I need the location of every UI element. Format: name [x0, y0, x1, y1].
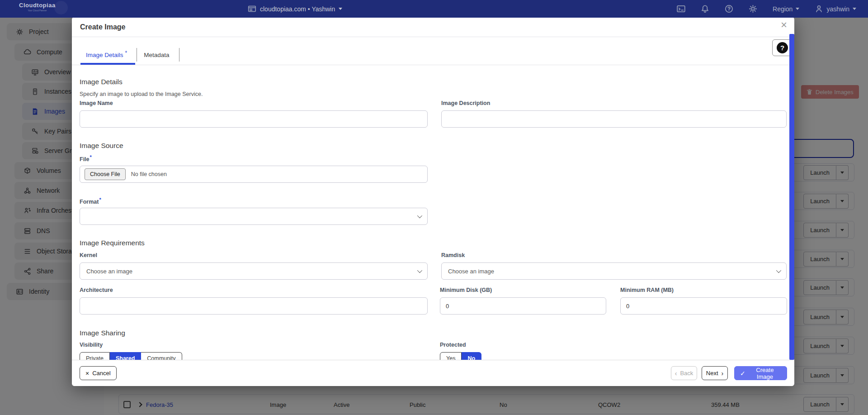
tab-label: Metadata — [144, 52, 169, 58]
cancel-label: Cancel — [92, 370, 110, 377]
navbar-actions: Region yashwin — [677, 0, 856, 18]
brand-name: Cloudtopiaa — [19, 2, 56, 9]
brand-tagline: Your Cloud Partner — [19, 9, 56, 12]
top-navbar: Cloudtopiaa Your Cloud Partner cloudtopi… — [0, 0, 868, 18]
architecture-input[interactable] — [80, 297, 428, 315]
back-arrow-icon: ‹ — [675, 370, 677, 377]
image-name-input[interactable] — [80, 110, 428, 128]
ramdisk-select[interactable]: Choose an image — [441, 262, 787, 280]
image-description-label: Image Description — [441, 100, 490, 106]
region-menu[interactable]: Region — [773, 5, 799, 13]
kernel-select-value: Choose an image — [86, 268, 132, 275]
protected-label: Protected — [440, 342, 466, 348]
min-disk-input[interactable] — [440, 297, 606, 315]
visibility-label: Visibility — [80, 342, 103, 348]
tab-metadata[interactable]: Metadata — [138, 45, 177, 65]
file-input[interactable]: Choose File No file chosen — [80, 166, 428, 183]
user-icon — [815, 5, 823, 13]
modal-footer: × Cancel ‹ Back Next › ✓ Create Image — [72, 360, 794, 386]
min-ram-input[interactable] — [620, 297, 787, 315]
brand-logo[interactable]: Cloudtopiaa Your Cloud Partner — [19, 2, 56, 12]
section-heading-image-requirements: Image Requirements — [80, 239, 145, 247]
required-asterisk: * — [90, 154, 92, 160]
ramdisk-label: Ramdisk — [441, 252, 465, 258]
create-image-label: Create Image — [749, 367, 781, 380]
chevron-down-icon — [417, 213, 422, 218]
tab-label: Image Details — [86, 52, 123, 58]
image-description-input[interactable] — [441, 110, 787, 128]
section-description: Specify an image to upload to the Image … — [80, 91, 203, 97]
help-question-icon: ? — [777, 42, 788, 53]
modal-close-icon[interactable]: × — [781, 19, 787, 30]
modal-title: Create Image — [80, 23, 126, 31]
help-icon[interactable] — [725, 5, 733, 13]
format-select[interactable] — [80, 208, 428, 225]
modal-tabs: Image Details * Metadata — [80, 45, 181, 65]
kernel-label: Kernel — [80, 252, 97, 258]
project-list-icon — [248, 5, 256, 13]
section-heading-image-source: Image Source — [80, 142, 123, 150]
notifications-bell-icon[interactable] — [701, 5, 709, 13]
username-label: yashwin — [826, 5, 849, 13]
tab-separator — [137, 48, 137, 62]
user-caret-icon — [853, 8, 856, 10]
file-label: File* — [80, 154, 92, 162]
check-icon: ✓ — [740, 370, 745, 377]
brand-emblem — [54, 1, 68, 14]
context-label: cloudtopiaa.com • Yashwin — [260, 5, 335, 13]
next-button[interactable]: Next › — [702, 366, 728, 380]
region-caret-icon — [796, 8, 799, 10]
back-label: Back — [680, 370, 693, 377]
ramdisk-select-value: Choose an image — [448, 268, 494, 275]
tab-separator — [179, 48, 179, 62]
required-asterisk: * — [99, 197, 101, 202]
context-caret-icon — [339, 8, 342, 10]
tabs-divider — [72, 65, 794, 65]
format-label: Format* — [80, 197, 101, 205]
tab-image-details[interactable]: Image Details * — [80, 45, 135, 65]
kernel-select[interactable]: Choose an image — [80, 262, 428, 280]
cancel-button[interactable]: × Cancel — [80, 366, 117, 380]
next-label: Next — [706, 370, 718, 377]
chevron-down-icon — [417, 268, 422, 273]
settings-gear-icon[interactable] — [749, 5, 757, 13]
create-image-modal: Create Image × Image Details * Metadata … — [72, 17, 794, 386]
architecture-label: Architecture — [80, 287, 113, 293]
image-name-label: Image Name — [80, 100, 113, 106]
create-image-button[interactable]: ✓ Create Image — [734, 366, 787, 380]
min-disk-label: Minimum Disk (GB) — [440, 287, 492, 293]
required-asterisk: * — [125, 50, 127, 56]
header-divider — [72, 37, 794, 37]
project-context-switcher[interactable]: cloudtopiaa.com • Yashwin — [248, 0, 342, 18]
section-heading-image-sharing: Image Sharing — [80, 329, 125, 337]
section-heading-image-details: Image Details — [80, 78, 123, 86]
back-button[interactable]: ‹ Back — [671, 366, 697, 380]
next-arrow-icon: › — [722, 370, 724, 377]
user-menu[interactable]: yashwin — [815, 5, 856, 13]
chevron-down-icon — [776, 268, 781, 273]
cancel-x-icon: × — [85, 370, 89, 377]
choose-file-button[interactable]: Choose File — [85, 168, 126, 180]
min-ram-label: Minimum RAM (MB) — [620, 287, 674, 293]
no-file-chosen-text: No file chosen — [131, 171, 167, 177]
region-label: Region — [773, 5, 793, 13]
console-icon[interactable] — [677, 5, 685, 13]
modal-scrollbar[interactable] — [789, 34, 794, 360]
